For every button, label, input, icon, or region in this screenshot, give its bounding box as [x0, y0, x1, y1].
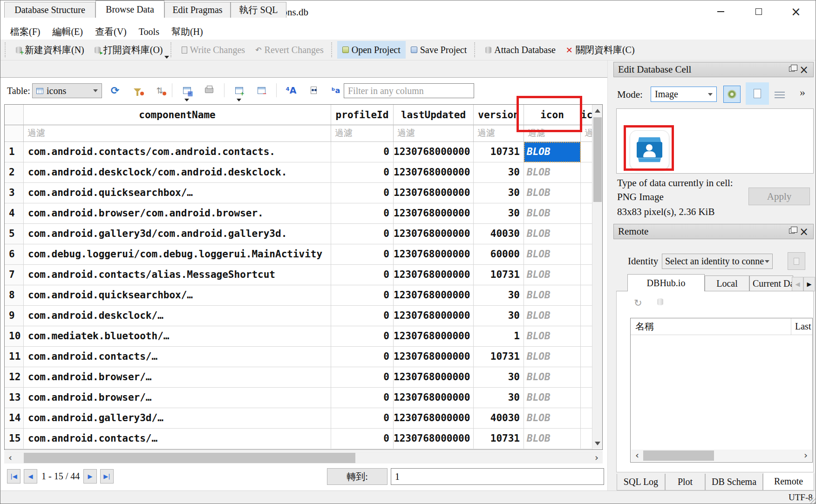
cell-version[interactable]: 30 — [474, 183, 524, 203]
insert-record-button[interactable]: ＋ — [229, 82, 249, 98]
save-project-button[interactable]: Save Project — [406, 41, 472, 59]
menu-item[interactable]: 查看(V) — [89, 24, 133, 40]
filter-lastUpdated[interactable]: 過濾 — [394, 125, 474, 142]
cell-componentName[interactable]: com.android.contacts/alias.MessageShortc… — [24, 265, 331, 285]
remote-tab-dbhub[interactable]: DBHub.io — [627, 274, 705, 291]
column-header-lastUpdated[interactable]: lastUpdated — [394, 105, 474, 125]
column-header-icon[interactable]: icon — [524, 105, 581, 125]
cell-lastUpdated[interactable]: 1230768000000 — [394, 142, 474, 162]
cell-icon[interactable]: BLOB — [524, 367, 581, 388]
first-page-button[interactable]: |◀ — [7, 469, 20, 484]
row-number[interactable]: 2 — [5, 162, 24, 183]
open-project-button[interactable]: Open Project — [337, 41, 406, 59]
attach-database-button[interactable]: Attach Database — [480, 41, 561, 59]
goto-record-input[interactable] — [391, 468, 604, 485]
cell-version[interactable]: 10731 — [474, 265, 524, 285]
cell-lastUpdated[interactable]: 1230768000000 — [394, 306, 474, 326]
cell-profileId[interactable]: 0 — [331, 408, 394, 429]
cell-profileId[interactable]: 0 — [331, 142, 394, 162]
cell-version[interactable]: 30 — [474, 367, 524, 388]
cell-version[interactable]: 30 — [474, 162, 524, 183]
more-tools-chevron[interactable]: » — [800, 86, 805, 99]
filter-partial[interactable]: 過濾 — [581, 125, 592, 142]
cell-lastUpdated[interactable]: 1230768000000 — [394, 162, 474, 183]
cell-version[interactable]: 30 — [474, 388, 524, 408]
encoding-button[interactable]: ᵇa — [326, 82, 346, 98]
cell-partial[interactable] — [581, 306, 592, 326]
row-number[interactable]: 7 — [5, 265, 24, 285]
row-number[interactable]: 8 — [5, 285, 24, 306]
menu-item[interactable]: 檔案(F) — [4, 24, 46, 40]
remote-tab-current-database[interactable]: Current Dat — [749, 276, 793, 291]
cell-icon[interactable]: BLOB — [524, 326, 581, 347]
cell-profileId[interactable]: 0 — [331, 326, 394, 347]
dropdown-icon[interactable] — [184, 99, 189, 101]
filter-any-column-input[interactable] — [344, 83, 474, 98]
cell-version[interactable]: 40030 — [474, 224, 524, 244]
cell-icon[interactable]: BLOB — [524, 142, 581, 162]
cell-lastUpdated[interactable]: 1230768000000 — [394, 347, 474, 367]
cell-icon[interactable]: BLOB — [524, 408, 581, 429]
grid-vertical-scrollbar[interactable] — [592, 105, 602, 450]
apply-button[interactable]: Apply — [748, 188, 810, 205]
row-number[interactable]: 6 — [5, 244, 24, 265]
scroll-right-arrow[interactable]: › — [800, 450, 812, 462]
dock-tab-remote[interactable]: Remote — [763, 473, 814, 491]
cell-profileId[interactable]: 0 — [331, 203, 394, 224]
row-number[interactable]: 4 — [5, 203, 24, 224]
maximize-button[interactable] — [744, 0, 774, 23]
cell-profileId[interactable]: 0 — [331, 265, 394, 285]
cell-profileId[interactable]: 0 — [331, 162, 394, 183]
write-changes-button[interactable]: Write Changes — [177, 41, 251, 59]
row-number[interactable]: 13 — [5, 388, 24, 408]
cell-lastUpdated[interactable]: 1230768000000 — [394, 408, 474, 429]
row-number[interactable]: 11 — [5, 347, 24, 367]
cell-profileId[interactable]: 0 — [331, 388, 394, 408]
cell-profileId[interactable]: 0 — [331, 183, 394, 203]
tab-database-structure[interactable]: Database Structure — [4, 2, 95, 18]
open-database-button[interactable]: ▸ 打開資料庫(O) — [89, 41, 168, 59]
column-header-profileId[interactable]: profileId — [331, 105, 394, 125]
cell-componentName[interactable]: com.android.contacts/… — [24, 347, 331, 367]
auto-switch-mode-button[interactable] — [723, 86, 741, 103]
cell-icon[interactable]: BLOB — [524, 285, 581, 306]
cell-profileId[interactable]: 0 — [331, 306, 394, 326]
cell-partial[interactable] — [581, 142, 592, 162]
cell-icon[interactable]: BLOB — [524, 183, 581, 203]
cell-partial[interactable] — [581, 326, 592, 347]
column-header-partial[interactable]: ic — [581, 105, 592, 125]
cell-icon[interactable]: BLOB — [524, 224, 581, 244]
cell-lastUpdated[interactable]: 1230768000000 — [394, 183, 474, 203]
scroll-up-arrow[interactable] — [592, 105, 603, 117]
cell-profileId[interactable]: 0 — [331, 429, 394, 449]
next-page-button[interactable]: ▶ — [83, 469, 97, 484]
cell-version[interactable]: 30 — [474, 306, 524, 326]
cell-partial[interactable] — [581, 367, 592, 388]
cell-lastUpdated[interactable]: 1230768000000 — [394, 388, 474, 408]
cell-partial[interactable] — [581, 347, 592, 367]
cell-partial[interactable] — [581, 162, 592, 183]
dock-tab-db-schema[interactable]: DB Schema — [705, 474, 763, 491]
cell-componentName[interactable]: com.android.contacts/… — [24, 429, 331, 449]
cell-icon[interactable]: BLOB — [524, 306, 581, 326]
cell-version[interactable]: 30 — [474, 285, 524, 306]
row-number[interactable]: 10 — [5, 326, 24, 347]
cell-icon[interactable]: BLOB — [524, 162, 581, 183]
table-select[interactable]: icons — [32, 83, 102, 98]
cell-partial[interactable] — [581, 224, 592, 244]
open-database-dropdown-icon[interactable] — [164, 56, 169, 59]
row-number[interactable]: 14 — [5, 408, 24, 429]
clear-filters-button[interactable] — [127, 82, 148, 98]
cell-componentName[interactable]: com.android.contacts/com.android.contact… — [24, 142, 331, 162]
cell-profileId[interactable]: 0 — [331, 285, 394, 306]
cell-version[interactable]: 1 — [474, 326, 524, 347]
cell-icon[interactable]: BLOB — [524, 347, 581, 367]
menu-item[interactable]: 幫助(H) — [165, 24, 209, 40]
cell-componentName[interactable]: com.android.browser/… — [24, 388, 331, 408]
cell-partial[interactable] — [581, 244, 592, 265]
cell-lastUpdated[interactable]: 1230768000000 — [394, 224, 474, 244]
identity-select[interactable]: Select an identity to conne — [662, 254, 773, 269]
cell-lastUpdated[interactable]: 1230768000000 — [394, 203, 474, 224]
cell-lastUpdated[interactable]: 1230768000000 — [394, 285, 474, 306]
row-number[interactable]: 15 — [5, 429, 24, 449]
